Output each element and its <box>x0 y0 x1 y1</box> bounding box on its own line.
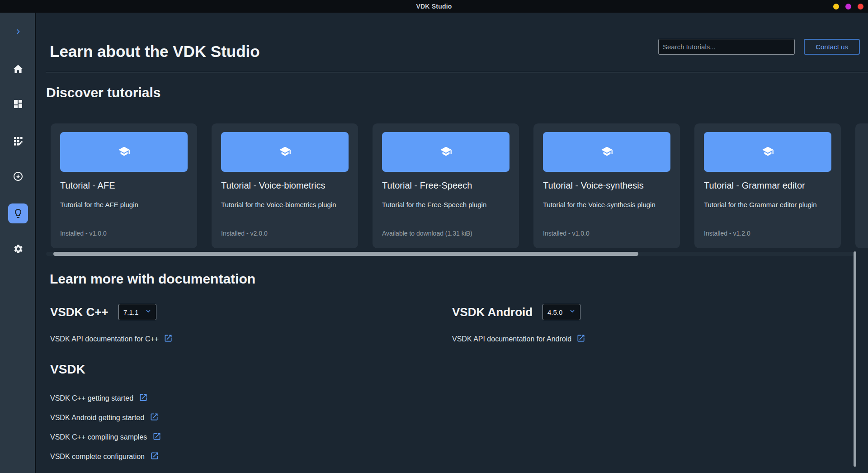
external-link-icon <box>164 334 173 345</box>
sidebar-item-dashboard[interactable] <box>8 94 28 114</box>
vsdk-link-getting-started-cpp[interactable]: VSDK C++ getting started <box>50 393 148 404</box>
sidebar-nav <box>0 13 36 473</box>
tutorial-card[interactable]: Tutorial - AFE Tutorial for the AFE plug… <box>51 123 197 248</box>
settings-gear-icon <box>13 244 24 254</box>
home-icon <box>12 63 24 75</box>
tutorial-card-description: Tutorial for the AFE plugin <box>60 201 138 208</box>
graduation-cap-icon <box>440 145 452 159</box>
tutorial-card-title: Tutorial - Grammar editor <box>704 180 805 191</box>
tutorial-card-description: Tutorial for the Free-Speech plugin <box>382 201 486 208</box>
window-controls <box>833 0 863 13</box>
tutorial-card-status: Installed - v1.0.0 <box>60 230 107 237</box>
chevron-right-icon <box>13 27 23 37</box>
tutorial-card-status: Installed - v1.2.0 <box>704 230 750 237</box>
graduation-cap-icon <box>601 145 613 159</box>
external-link-icon <box>152 432 161 443</box>
sdk-name-cpp: VSDK C++ <box>50 304 108 320</box>
download-circle-icon <box>13 171 24 182</box>
vsdk-heading: VSDK <box>50 362 85 377</box>
vsdk-link-compiling-samples[interactable]: VSDK C++ compiling samples <box>50 432 161 443</box>
chevron-down-icon <box>568 307 576 317</box>
app-registration-icon <box>13 136 24 147</box>
graduation-cap-icon <box>762 145 774 159</box>
horizontal-scrollbar-thumb[interactable] <box>53 252 638 256</box>
main-content: Learn about the VDK Studio Contact us Di… <box>38 13 868 473</box>
version-select-android[interactable]: 4.5.0 <box>542 304 580 320</box>
yellow-dot-icon[interactable] <box>833 4 839 9</box>
tutorial-card-status: Installed - v2.0.0 <box>221 230 268 237</box>
tutorial-card-status: Available to download (1.31 kiB) <box>382 230 472 237</box>
lightbulb-icon <box>13 208 24 219</box>
external-link-icon <box>150 451 159 462</box>
discover-tutorials-heading: Discover tutorials <box>46 85 160 100</box>
tutorial-card[interactable]: Tutorial - Grammar editor Tutorial for t… <box>694 123 841 248</box>
tutorial-card-description: Tutorial for the Voice-biometrics plugin <box>221 201 336 208</box>
window-title: VDK Studio <box>416 3 452 10</box>
tutorial-card-title: Tutorial - Voice-biometrics <box>221 180 325 191</box>
sidebar-item-learn[interactable] <box>8 203 28 223</box>
sdk-name-android: VSDK Android <box>452 304 533 320</box>
contact-us-button[interactable]: Contact us <box>804 39 860 55</box>
tutorial-card-partial[interactable] <box>855 123 868 248</box>
chevron-down-icon <box>144 307 152 317</box>
dashboard-icon <box>13 99 24 109</box>
sidebar-item-downloads[interactable] <box>8 166 28 186</box>
tutorial-card[interactable]: Tutorial - Free-Speech Tutorial for the … <box>373 123 519 248</box>
search-input[interactable] <box>658 39 795 55</box>
api-doc-link-android[interactable]: VSDK API documentation for Android <box>452 334 585 345</box>
version-value-cpp: 7.1.1 <box>123 308 138 316</box>
magenta-dot-icon[interactable] <box>845 4 851 9</box>
header-divider <box>46 72 868 72</box>
tutorial-card-title: Tutorial - Voice-synthesis <box>543 180 644 191</box>
external-link-icon <box>150 412 159 423</box>
vertical-scrollbar-thumb[interactable] <box>854 251 856 467</box>
page-title: Learn about the VDK Studio <box>50 43 260 61</box>
learn-more-heading: Learn more with documentation <box>50 271 255 287</box>
external-link-icon <box>576 334 585 345</box>
tutorial-card-title: Tutorial - AFE <box>60 180 115 191</box>
tutorial-card[interactable]: Tutorial - Voice-biometrics Tutorial for… <box>212 123 358 248</box>
titlebar: VDK Studio <box>0 0 868 13</box>
sidebar-expand-button[interactable] <box>8 22 28 42</box>
tutorial-card[interactable]: Tutorial - Voice-synthesis Tutorial for … <box>533 123 680 248</box>
tutorial-card-title: Tutorial - Free-Speech <box>382 180 472 191</box>
red-dot-icon[interactable] <box>858 4 863 9</box>
sidebar-item-settings[interactable] <box>8 239 28 259</box>
vsdk-link-getting-started-android[interactable]: VSDK Android getting started <box>50 412 159 423</box>
version-value-android: 4.5.0 <box>547 308 562 316</box>
graduation-cap-icon <box>279 145 291 159</box>
sidebar-item-projects[interactable] <box>8 131 28 151</box>
version-select-cpp[interactable]: 7.1.1 <box>118 304 156 320</box>
vsdk-link-complete-configuration[interactable]: VSDK complete configuration <box>50 451 159 462</box>
vdk-studio-window: VDK Studio <box>0 0 868 473</box>
api-doc-link-cpp[interactable]: VSDK API documentation for C++ <box>50 334 173 345</box>
tutorial-card-description: Tutorial for the Voice-synthesis plugin <box>543 201 656 208</box>
tutorial-card-row: Tutorial - AFE Tutorial for the AFE plug… <box>51 123 868 248</box>
tutorial-card-status: Installed - v1.0.0 <box>543 230 590 237</box>
graduation-cap-icon <box>118 145 130 159</box>
sidebar-item-home[interactable] <box>8 59 28 79</box>
external-link-icon <box>139 393 148 404</box>
tutorial-card-description: Tutorial for the Grammar editor plugin <box>704 201 817 208</box>
